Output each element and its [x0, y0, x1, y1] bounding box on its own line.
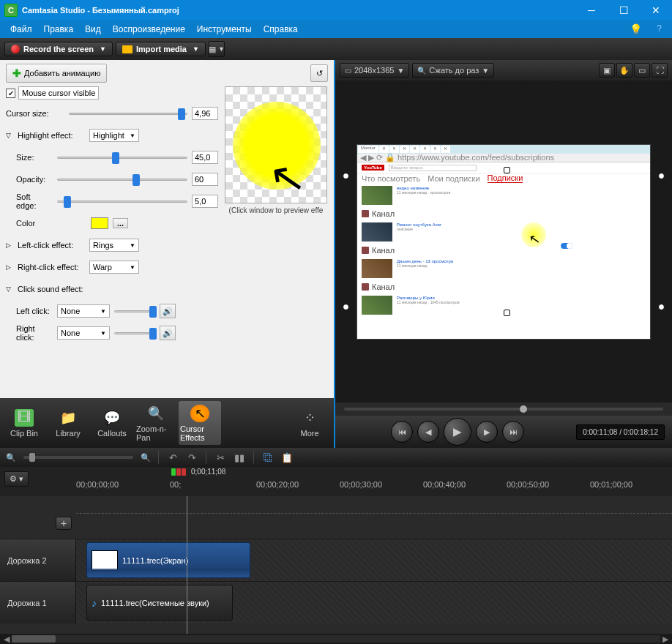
- record-icon: [11, 45, 20, 53]
- opacity-slider[interactable]: [57, 173, 187, 185]
- tab-cursor-effects[interactable]: ↖Cursor Effects: [179, 401, 221, 445]
- color-label: Color: [6, 219, 53, 228]
- prev-frame-button[interactable]: ⏮: [391, 421, 413, 443]
- cursor-preview[interactable]: ↖ (Click window to preview effe: [224, 86, 328, 392]
- rightclick-sound-dropdown[interactable]: None▼: [57, 326, 110, 340]
- zoom-slider[interactable]: [23, 456, 133, 459]
- crop-button[interactable]: ▣: [599, 63, 615, 78]
- shrink-button[interactable]: 🔍 Сжать до раз ▼: [412, 63, 494, 78]
- sound-effect-label: Click sound effect:: [18, 285, 83, 293]
- redo-button[interactable]: ↷: [184, 450, 200, 465]
- color-swatch[interactable]: [91, 217, 108, 229]
- cursor-size-slider[interactable]: [69, 108, 187, 119]
- reset-button[interactable]: ↺: [310, 64, 328, 82]
- timeline-ruler[interactable]: ⚙ ▾ 0;00;11;08 00;00;00;00 00; 00;00;20;…: [0, 467, 672, 496]
- softedge-value[interactable]: 5,0: [192, 195, 218, 208]
- cursor-effects-panel: ✚ Добавить анимацию ↺ ✔ Mouse cursor vis…: [0, 60, 334, 448]
- highlight-dropdown[interactable]: Highlight▼: [89, 129, 139, 142]
- menu-edit[interactable]: Правка: [38, 20, 80, 38]
- split-button[interactable]: ▮▮: [231, 450, 247, 465]
- copy-button[interactable]: ⿻: [260, 450, 276, 465]
- leftclick-volume-slider[interactable]: [114, 305, 155, 317]
- leftclick-play-button[interactable]: 🔊: [160, 304, 176, 318]
- expand-leftclick-icon[interactable]: ▷: [6, 242, 13, 249]
- plus-icon: ✚: [12, 67, 21, 79]
- expand-sound-icon[interactable]: ▽: [6, 285, 13, 293]
- maximize-button[interactable]: ☐: [608, 0, 640, 20]
- playhead-time: 0;00;11;08: [189, 467, 228, 476]
- menu-play[interactable]: Воспроизведение: [107, 20, 191, 38]
- step-back-button[interactable]: ◀: [417, 421, 439, 443]
- size-value[interactable]: 45,0: [192, 151, 218, 164]
- resize-handle[interactable]: [343, 304, 349, 310]
- fullscreen-button[interactable]: ⛶: [652, 63, 668, 78]
- opacity-value[interactable]: 60: [192, 173, 218, 186]
- rightclick-sound-label: Right click:: [6, 324, 53, 342]
- leftclick-sound-dropdown[interactable]: None▼: [57, 304, 110, 318]
- color-picker-button[interactable]: ...: [113, 218, 128, 228]
- track-1-header[interactable]: Дорожка 1: [0, 582, 76, 624]
- import-button[interactable]: Import media▼: [116, 42, 206, 56]
- media-tabs: 🎞Clip Bin 📁Library 💬Callouts 🔍Zoom-n-Pan…: [0, 398, 334, 448]
- dimensions-button[interactable]: ▭ 2048x1365 ▼: [340, 63, 409, 78]
- tab-more[interactable]: ⁘More: [288, 401, 331, 445]
- track-2-header[interactable]: Дорожка 2: [0, 539, 76, 581]
- produce-button[interactable]: ▦▼: [209, 41, 225, 57]
- preview-canvas[interactable]: Monitor✕✕✕✕✕✕✕ ◀▶⟳🔒 https://www.youtube.…: [335, 80, 672, 402]
- clip-thumbnail: [92, 550, 118, 571]
- timeline-scrollbar[interactable]: ◀▶: [0, 634, 672, 644]
- view-button[interactable]: ▭: [634, 63, 650, 78]
- rightclick-effect-dropdown[interactable]: Warp▼: [89, 261, 139, 274]
- add-track-button[interactable]: +: [56, 517, 72, 530]
- zoom-out-button[interactable]: 🔍: [4, 452, 18, 463]
- close-button[interactable]: ✕: [640, 0, 672, 20]
- pan-button[interactable]: ✋: [616, 63, 632, 78]
- add-animation-button[interactable]: ✚ Добавить анимацию: [6, 64, 107, 83]
- menu-help[interactable]: Справка: [258, 20, 304, 38]
- resize-handle[interactable]: [658, 304, 665, 310]
- help-icon[interactable]: ?: [651, 23, 668, 34]
- menubar: Файл Правка Вид Воспроизведение Инструме…: [0, 20, 672, 38]
- mouse-visible-checkbox[interactable]: ✔: [6, 89, 15, 98]
- step-fwd-button[interactable]: ▶: [476, 421, 498, 443]
- zoom-in-button[interactable]: 🔍: [139, 452, 152, 463]
- paste-button[interactable]: 📋: [279, 450, 295, 465]
- resize-handle[interactable]: [343, 173, 349, 179]
- record-button[interactable]: Record the screen▼: [4, 42, 113, 56]
- preview-hint: (Click window to preview effe: [229, 206, 324, 214]
- track-options-button[interactable]: ⚙ ▾: [4, 471, 29, 487]
- menu-view[interactable]: Вид: [79, 20, 107, 38]
- scrub-bar[interactable]: [335, 402, 672, 416]
- playhead[interactable]: [187, 496, 187, 634]
- tab-callouts[interactable]: 💬Callouts: [91, 401, 133, 445]
- rightclick-play-button[interactable]: 🔊: [160, 326, 176, 340]
- leftclick-effect-label: Left-click effect:: [18, 241, 85, 250]
- tab-clipbin[interactable]: 🎞Clip Bin: [3, 401, 45, 445]
- expand-rightclick-icon[interactable]: ▷: [6, 263, 13, 271]
- titlebar: C Camtasia Studio - Безымянный.camproj ─…: [0, 0, 672, 20]
- preview-toggle-icon: [561, 243, 572, 249]
- cursor-size-value[interactable]: 4,96: [192, 107, 218, 120]
- softedge-slider[interactable]: [57, 195, 187, 207]
- expand-highlight-icon[interactable]: ▽: [6, 132, 13, 139]
- clip-video[interactable]: 11111.trec(Экран): [86, 542, 250, 578]
- rightclick-volume-slider[interactable]: [114, 327, 155, 339]
- size-slider[interactable]: [57, 151, 187, 163]
- minimize-button[interactable]: ─: [575, 0, 608, 20]
- menu-tools[interactable]: Инструменты: [191, 20, 258, 38]
- hint-icon[interactable]: 💡: [624, 23, 648, 35]
- clip-audio[interactable]: ♪ 11111.trec(Системные звуки): [86, 585, 233, 621]
- preview-pane: ▭ 2048x1365 ▼ 🔍 Сжать до раз ▼ ▣ ✋ ▭ ⛶ M…: [334, 60, 672, 448]
- menu-file[interactable]: Файл: [4, 20, 38, 38]
- tab-zoom[interactable]: 🔍Zoom-n-Pan: [135, 401, 177, 445]
- cut-button[interactable]: ✂: [212, 450, 228, 465]
- tab-library[interactable]: 📁Library: [47, 401, 89, 445]
- next-frame-button[interactable]: ⏭: [502, 421, 524, 443]
- leftclick-effect-dropdown[interactable]: Rings▼: [89, 239, 139, 252]
- undo-button[interactable]: ↶: [165, 450, 181, 465]
- resize-handle[interactable]: [658, 173, 665, 179]
- play-button[interactable]: ▶: [444, 418, 471, 446]
- resize-handle[interactable]: [504, 310, 510, 316]
- resize-handle[interactable]: [504, 167, 510, 173]
- app-logo: C: [4, 4, 18, 17]
